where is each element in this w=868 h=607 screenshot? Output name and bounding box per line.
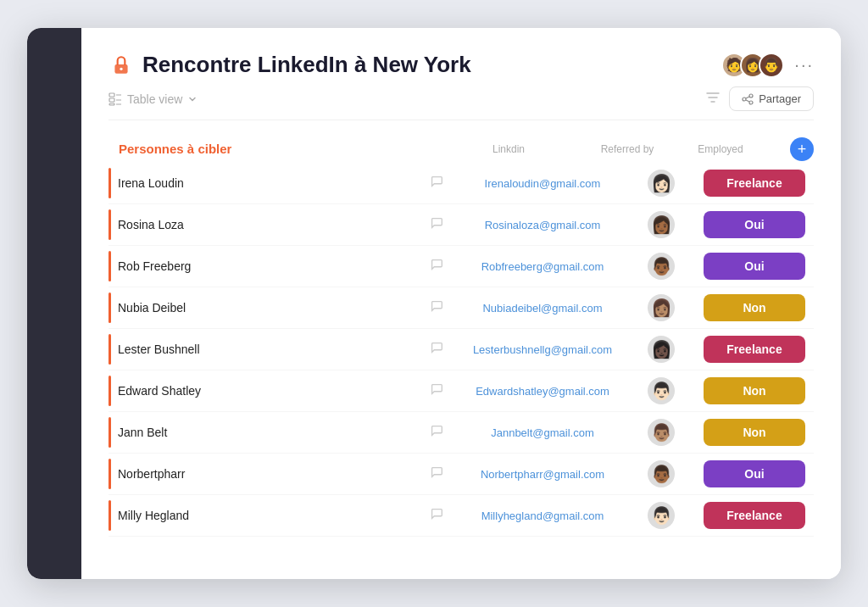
employed-badge: Freelance (704, 502, 805, 529)
filter-icon[interactable] (705, 92, 721, 107)
row-accent (108, 376, 111, 406)
table-row: Norbertpharr Norbertpharr@gmail.com 👨🏾 O… (108, 454, 814, 495)
row-accent (108, 292, 111, 323)
view-label: Table view (127, 92, 182, 106)
linkedin-cell: Rosinaloza@gmail.com (458, 219, 627, 231)
table-rows: Irena Loudin Irenaloudin@gmail.com 👩🏻 Fr… (108, 163, 814, 537)
person-name: Norbertpharr (118, 467, 185, 481)
referred-cell: 👩🏻 (627, 170, 695, 197)
referred-avatar: 👨🏻 (648, 377, 675, 404)
svg-rect-3 (109, 98, 114, 102)
view-selector[interactable]: Table view (108, 92, 198, 106)
referred-cell: 👨🏾 (627, 253, 695, 280)
more-options-icon[interactable]: ··· (794, 55, 814, 75)
row-accent (108, 459, 111, 489)
referred-cell: 👩🏾 (627, 211, 695, 238)
comment-icon[interactable] (429, 298, 451, 317)
employed-cell: Non (695, 294, 814, 321)
partager-label: Partager (759, 92, 801, 105)
row-accent (108, 209, 111, 240)
employed-cell: Oui (695, 253, 814, 280)
add-column-button[interactable]: + (790, 137, 814, 161)
row-accent (108, 500, 111, 531)
toolbar: Table view Partager (108, 86, 814, 120)
employed-badge: Oui (704, 211, 805, 238)
section-title: Personnes à cibler (108, 142, 231, 156)
referred-avatar: 👩🏿 (648, 336, 675, 363)
table-row: Rob Freeberg Robfreeberg@gmail.com 👨🏾 Ou… (108, 246, 814, 287)
person-name: Milly Hegland (118, 509, 189, 522)
page-title: Rencontre LinkedIn à New York (142, 52, 471, 78)
referred-cell: 👩🏽 (627, 294, 695, 321)
name-cell: Edward Shatley (108, 370, 458, 411)
header-left: Rencontre LinkedIn à New York (108, 52, 471, 78)
person-name: Lester Bushnell (118, 342, 200, 356)
col-header-employed: Employed (661, 143, 780, 155)
left-sidebar (27, 28, 81, 579)
referred-cell: 👨🏻 (627, 502, 695, 529)
svg-rect-4 (109, 103, 114, 105)
referred-avatar: 👩🏽 (648, 294, 675, 321)
comment-icon[interactable] (429, 465, 451, 483)
name-cell: Milly Hegland (108, 495, 458, 536)
person-name: Rob Freeberg (118, 259, 191, 273)
employed-cell: Freelance (695, 502, 814, 529)
employed-cell: Oui (695, 211, 814, 238)
employed-cell: Non (695, 419, 814, 446)
table-row: Jann Belt Jannbelt@gmail.com 👨🏽 Non (108, 412, 814, 454)
lock-icon (108, 53, 134, 78)
referred-cell: 👨🏽 (627, 419, 695, 446)
row-accent (108, 417, 111, 448)
linkedin-cell: Nubiadeibel@gmail.com (458, 302, 627, 315)
name-cell: Lester Bushnell (108, 329, 458, 370)
comment-icon[interactable] (429, 423, 451, 442)
person-name: Rosina Loza (118, 218, 184, 231)
person-name: Irena Loudin (118, 176, 184, 190)
referred-cell: 👩🏿 (627, 336, 695, 363)
comment-icon[interactable] (429, 174, 451, 192)
svg-rect-2 (109, 93, 114, 97)
person-name: Edward Shatley (118, 384, 201, 398)
name-cell: Rosina Loza (108, 204, 458, 245)
comment-icon[interactable] (429, 340, 451, 359)
comment-icon[interactable] (429, 381, 451, 400)
employed-badge: Non (704, 377, 805, 404)
col-header-referred: Referred by (593, 143, 661, 155)
toolbar-right: Partager (705, 86, 814, 111)
referred-avatar: 👩🏻 (648, 170, 675, 197)
table-row: Irena Loudin Irenaloudin@gmail.com 👩🏻 Fr… (108, 163, 814, 204)
referred-cell: 👨🏾 (627, 460, 695, 487)
comment-icon[interactable] (429, 257, 451, 276)
main-content: Rencontre LinkedIn à New York 🧑 👩 👨 ··· (81, 28, 841, 579)
table-row: Edward Shatley Edwardshatley@gmail.com 👨… (108, 370, 814, 412)
person-name: Jann Belt (118, 426, 167, 439)
partager-button[interactable]: Partager (729, 86, 814, 111)
svg-point-11 (749, 94, 753, 97)
referred-avatar: 👨🏾 (648, 253, 675, 280)
linkedin-cell: Robfreeberg@gmail.com (458, 260, 627, 273)
comment-icon[interactable] (429, 215, 451, 234)
table-container: Personnes à cibler Linkdin Referred by E… (108, 137, 814, 537)
employed-badge: Oui (704, 460, 805, 487)
employed-cell: Oui (695, 460, 814, 487)
linkedin-cell: Lesterbushnellg@gmail.com (458, 343, 627, 356)
svg-line-14 (746, 97, 749, 98)
linkedin-cell: Edwardshatley@gmail.com (458, 385, 627, 398)
referred-avatar: 👨🏽 (648, 419, 675, 446)
header: Rencontre LinkedIn à New York 🧑 👩 👨 ··· (108, 52, 814, 78)
employed-cell: Non (695, 377, 814, 404)
employed-badge: Non (704, 419, 805, 446)
linkedin-cell: Millyhegland@gmail.com (458, 510, 627, 522)
name-cell: Rob Freeberg (108, 246, 458, 287)
employed-cell: Freelance (695, 336, 814, 363)
table-row: Rosina Loza Rosinaloza@gmail.com 👩🏾 Oui (108, 204, 814, 246)
referred-avatar: 👩🏾 (648, 211, 675, 238)
employed-badge: Oui (704, 253, 805, 280)
linkedin-cell: Irenaloudin@gmail.com (458, 177, 627, 190)
name-cell: Norbertpharr (108, 454, 458, 494)
table-row: Nubia Deibel Nubiadeibel@gmail.com 👩🏽 No… (108, 287, 814, 329)
header-right: 🧑 👩 👨 ··· (721, 53, 814, 78)
comment-icon[interactable] (429, 506, 451, 525)
table-row: Lester Bushnell Lesterbushnellg@gmail.co… (108, 329, 814, 370)
employed-cell: Freelance (695, 170, 814, 197)
